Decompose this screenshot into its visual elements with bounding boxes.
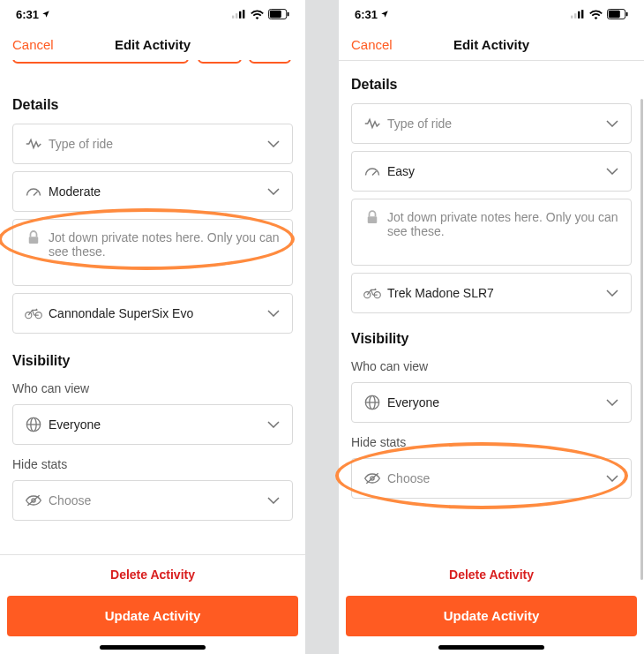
activity-wave-icon xyxy=(363,117,382,130)
hide-stats-value: Choose xyxy=(49,493,266,507)
chevron-down-icon xyxy=(604,120,620,127)
battery-icon xyxy=(607,9,628,19)
visibility-select[interactable]: Everyone xyxy=(12,404,293,445)
nav-bar: Cancel Edit Activity xyxy=(0,28,305,60)
svg-rect-6 xyxy=(288,12,289,17)
hide-stats-select[interactable]: Choose xyxy=(12,480,293,521)
visibility-value: Everyone xyxy=(387,395,604,410)
effort-select[interactable]: Easy xyxy=(351,151,632,192)
svg-rect-3 xyxy=(243,10,244,19)
svg-line-26 xyxy=(372,171,377,176)
svg-rect-22 xyxy=(581,10,583,19)
private-notes-input[interactable]: Jot down private notes here. Only you ca… xyxy=(12,219,293,286)
notes-placeholder: Jot down private notes here. Only you ca… xyxy=(387,210,620,238)
bike-icon xyxy=(363,287,382,299)
svg-rect-20 xyxy=(574,13,576,19)
svg-rect-8 xyxy=(29,237,39,244)
chevron-down-icon xyxy=(604,399,620,406)
gear-select[interactable]: Trek Madone SLR7 xyxy=(351,273,632,313)
hide-stats-select[interactable]: Choose xyxy=(351,458,632,499)
cancel-button[interactable]: Cancel xyxy=(12,37,54,52)
visibility-heading: Visibility xyxy=(0,337,305,376)
gear-value: Trek Madone SLR7 xyxy=(387,286,604,300)
svg-line-30 xyxy=(371,289,373,295)
visibility-select[interactable]: Everyone xyxy=(351,382,632,423)
update-activity-button[interactable]: Update Activity xyxy=(7,596,298,636)
activity-wave-icon xyxy=(24,138,43,150)
screenshot-left: 6:31 Cancel Edit Activity Details xyxy=(0,0,305,654)
status-bar: 6:31 xyxy=(339,0,644,28)
chevron-down-icon xyxy=(266,140,281,147)
gauge-icon xyxy=(24,185,43,198)
effort-value: Easy xyxy=(387,164,604,178)
details-heading: Details xyxy=(339,68,644,100)
chevron-down-icon xyxy=(266,310,281,317)
cell-signal-icon xyxy=(571,10,585,19)
svg-line-11 xyxy=(33,310,34,315)
visibility-heading: Visibility xyxy=(339,317,644,354)
chip[interactable] xyxy=(198,60,242,64)
status-time: 6:31 xyxy=(355,8,378,21)
details-heading: Details xyxy=(0,88,305,120)
cell-signal-icon xyxy=(232,10,246,19)
private-notes-input[interactable]: Jot down private notes here. Only you ca… xyxy=(351,199,632,266)
svg-rect-19 xyxy=(571,16,573,19)
svg-rect-2 xyxy=(239,11,241,19)
ride-type-select[interactable]: Type of ride xyxy=(12,124,293,164)
wifi-icon xyxy=(251,10,264,19)
home-indicator[interactable] xyxy=(100,645,206,650)
svg-line-7 xyxy=(34,192,38,196)
ride-type-value: Type of ride xyxy=(387,117,604,131)
who-can-view-label: Who can view xyxy=(339,354,644,379)
visibility-value: Everyone xyxy=(49,417,266,432)
hide-stats-value: Choose xyxy=(387,471,604,485)
svg-rect-24 xyxy=(609,11,620,18)
eye-off-icon xyxy=(363,471,382,485)
hide-stats-label: Hide stats xyxy=(0,448,305,477)
scrollbar[interactable] xyxy=(640,99,643,580)
chip[interactable] xyxy=(12,60,189,64)
home-indicator[interactable] xyxy=(438,645,544,650)
ride-type-value: Type of ride xyxy=(49,137,266,151)
globe-icon xyxy=(363,395,382,410)
who-can-view-label: Who can view xyxy=(0,376,305,401)
svg-rect-21 xyxy=(578,11,580,19)
chevron-down-icon xyxy=(604,475,620,482)
bike-icon xyxy=(24,307,43,319)
nav-bar: Cancel Edit Activity xyxy=(339,28,644,60)
effort-select[interactable]: Moderate xyxy=(12,171,293,212)
chevron-down-icon xyxy=(604,168,620,175)
gear-select[interactable]: Cannondale SuperSix Evo xyxy=(12,293,293,334)
delete-activity-button[interactable]: Delete Activity xyxy=(339,555,644,590)
update-activity-button[interactable]: Update Activity xyxy=(346,596,637,636)
svg-rect-0 xyxy=(232,16,234,19)
notes-placeholder: Jot down private notes here. Only you ca… xyxy=(49,230,281,259)
ride-type-select[interactable]: Type of ride xyxy=(351,103,632,144)
svg-rect-5 xyxy=(270,11,281,18)
globe-icon xyxy=(24,417,43,432)
chevron-down-icon xyxy=(604,289,620,297)
location-icon xyxy=(41,10,50,19)
tag-row-clipped xyxy=(12,60,293,65)
delete-activity-button[interactable]: Delete Activity xyxy=(0,555,305,590)
status-time: 6:31 xyxy=(16,8,39,21)
chevron-down-icon xyxy=(266,188,281,195)
status-bar: 6:31 xyxy=(0,0,305,28)
location-icon xyxy=(380,10,389,19)
battery-icon xyxy=(268,9,289,19)
effort-value: Moderate xyxy=(49,184,266,199)
screenshot-right: 6:31 Cancel Edit Activity Details Type o… xyxy=(339,0,644,654)
lock-icon xyxy=(363,210,382,224)
chip[interactable] xyxy=(249,60,291,64)
svg-rect-27 xyxy=(368,216,378,223)
gauge-icon xyxy=(363,165,382,177)
gear-value: Cannondale SuperSix Evo xyxy=(49,306,266,320)
eye-off-icon xyxy=(24,493,43,507)
cancel-button[interactable]: Cancel xyxy=(351,37,393,52)
chevron-down-icon xyxy=(266,497,281,504)
chevron-down-icon xyxy=(266,421,281,428)
svg-rect-25 xyxy=(626,12,628,17)
lock-icon xyxy=(24,230,43,244)
svg-rect-1 xyxy=(236,13,237,19)
wifi-icon xyxy=(589,10,603,19)
